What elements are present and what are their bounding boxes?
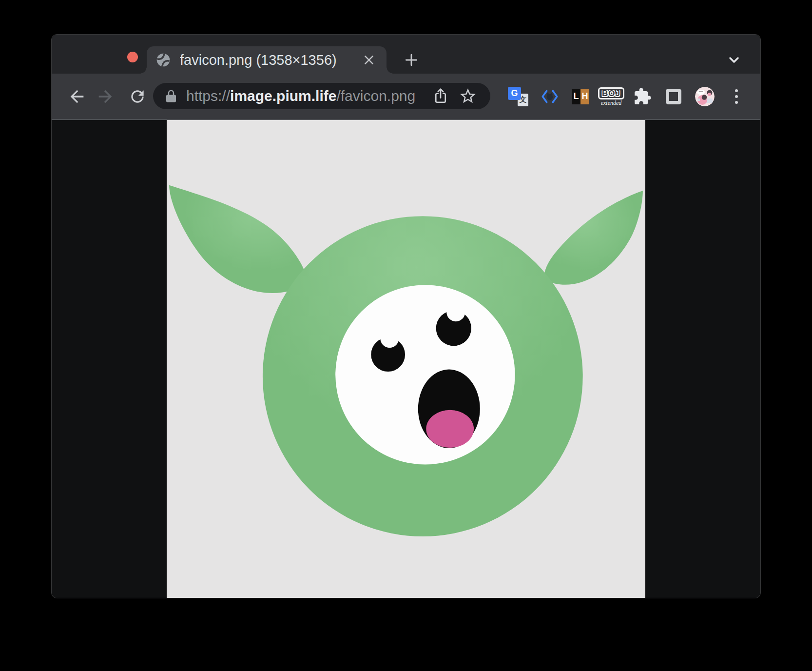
side-panel-icon[interactable]: [666, 89, 681, 104]
tongue: [426, 410, 474, 448]
back-button[interactable]: [67, 87, 87, 106]
profile-avatar[interactable]: [695, 87, 715, 106]
character-face: [335, 285, 515, 464]
translate-g-glyph: G: [508, 87, 521, 100]
boj-label: BOJ: [598, 87, 624, 99]
page-content: [52, 120, 760, 598]
toolbar: https://image.pium.life/favicon.png 文 G: [52, 74, 760, 120]
leethub-l-glyph: L: [572, 89, 580, 104]
browser-window: favicon.png (1358×1356): [51, 34, 761, 598]
url-text: https://image.pium.life/favicon.png: [186, 88, 425, 104]
bookmark-star-icon[interactable]: [456, 84, 480, 108]
leethub-h-glyph: H: [580, 89, 589, 104]
url-scheme: https://: [186, 88, 230, 104]
reload-button[interactable]: [128, 87, 147, 106]
boj-sublabel: extended: [598, 100, 624, 106]
tab-close-icon[interactable]: [360, 51, 378, 69]
share-icon[interactable]: [429, 84, 452, 108]
active-tab[interactable]: favicon.png (1358×1356): [147, 46, 387, 74]
pium-character-illustration: [167, 120, 645, 598]
forward-button[interactable]: [96, 87, 115, 106]
favicon-image: [167, 120, 645, 598]
leethub-extension-icon[interactable]: L H: [572, 89, 589, 104]
globe-favicon-icon: [155, 52, 171, 68]
boj-extended-extension-icon[interactable]: BOJ extended: [598, 87, 624, 106]
github-code-extension-icon[interactable]: [540, 87, 560, 106]
tab-title: favicon.png (1358×1356): [180, 52, 360, 68]
left-eye-highlight: [380, 329, 399, 348]
lock-icon[interactable]: [164, 89, 178, 103]
right-eye-highlight: [446, 303, 465, 321]
translate-extension-icon[interactable]: 文 G: [508, 87, 528, 106]
url-path: /favicon.png: [336, 88, 415, 104]
tab-search-chevron-icon[interactable]: [721, 47, 747, 73]
new-tab-button[interactable]: [399, 47, 424, 73]
extensions-puzzle-icon[interactable]: [633, 87, 652, 106]
chrome-menu-kebab-icon[interactable]: [735, 89, 738, 104]
window-close-button[interactable]: [127, 52, 138, 62]
address-bar[interactable]: https://image.pium.life/favicon.png: [153, 83, 490, 109]
tab-strip: favicon.png (1358×1356): [52, 35, 760, 74]
url-host: image.pium.life: [230, 88, 336, 104]
